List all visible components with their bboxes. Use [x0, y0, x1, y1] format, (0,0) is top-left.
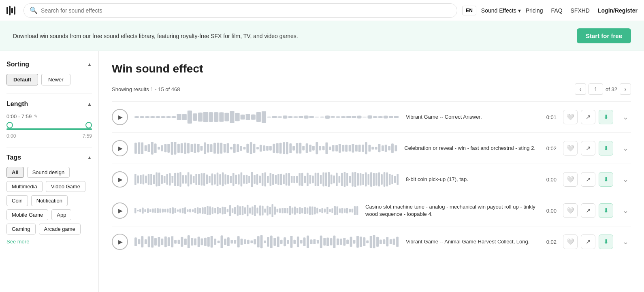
share-button[interactable]: ↗: [581, 234, 595, 249]
svg-rect-124: [378, 144, 381, 153]
svg-rect-22: [251, 114, 256, 119]
sound-list: ▶ Vibrant Game -- Correct Answer. 0:01 🤍…: [112, 101, 631, 257]
chevron-down-icon: ⌄: [623, 144, 629, 153]
svg-rect-347: [224, 239, 226, 245]
tag-btn[interactable]: Multimedia: [6, 181, 43, 192]
favorite-button[interactable]: 🤍: [563, 172, 578, 187]
tag-btn[interactable]: Mobile Game: [6, 209, 48, 220]
share-button[interactable]: ↗: [581, 141, 595, 156]
sorting-collapse-icon[interactable]: ▲: [87, 62, 92, 67]
svg-rect-254: [194, 208, 196, 213]
pricing-link[interactable]: Pricing: [526, 7, 543, 14]
favorite-button[interactable]: 🤍: [563, 234, 578, 249]
expand-button[interactable]: ⌄: [620, 174, 631, 185]
svg-rect-41: [352, 116, 356, 118]
svg-rect-304: [319, 209, 320, 212]
start-free-button[interactable]: Start for free: [577, 28, 631, 43]
svg-rect-306: [324, 209, 326, 213]
svg-rect-257: [202, 207, 203, 214]
sfxhd-link[interactable]: SFXHD: [571, 7, 590, 14]
svg-rect-160: [214, 174, 216, 185]
sound-effects-menu[interactable]: Sound Effects ▾: [481, 7, 521, 14]
tag-btn[interactable]: Coin: [6, 195, 28, 206]
search-bar[interactable]: 🔍: [23, 3, 457, 18]
svg-rect-191: [296, 176, 298, 183]
download-button[interactable]: ⬇: [599, 172, 613, 187]
svg-rect-384: [346, 240, 349, 244]
play-button[interactable]: ▶: [112, 234, 128, 250]
favorite-button[interactable]: 🤍: [563, 141, 578, 156]
sound-duration: 0:00: [542, 177, 557, 183]
tag-btn[interactable]: Notification: [31, 195, 68, 206]
tag-btn[interactable]: App: [51, 209, 71, 220]
play-button[interactable]: ▶: [112, 171, 128, 188]
svg-rect-319: [356, 206, 358, 215]
svg-rect-9: [182, 114, 187, 120]
svg-rect-350: [234, 240, 236, 244]
svg-rect-4: [156, 116, 160, 118]
tag-btn[interactable]: All: [6, 167, 24, 178]
svg-rect-222: [378, 172, 380, 186]
svg-rect-61: [171, 142, 173, 155]
favorite-button[interactable]: 🤍: [563, 203, 578, 218]
share-button[interactable]: ↗: [581, 203, 595, 218]
play-button[interactable]: ▶: [112, 109, 128, 125]
length-slider[interactable]: [6, 122, 92, 130]
prev-page-button[interactable]: ‹: [575, 83, 586, 95]
see-more-link[interactable]: See more: [6, 239, 29, 245]
svg-rect-75: [217, 143, 220, 154]
svg-rect-216: [362, 174, 364, 185]
svg-rect-212: [352, 172, 354, 187]
download-button[interactable]: ⬇: [599, 234, 613, 249]
share-button[interactable]: ↗: [581, 110, 595, 124]
svg-rect-148: [182, 175, 184, 183]
svg-rect-158: [209, 176, 211, 183]
favorite-button[interactable]: 🤍: [563, 110, 578, 124]
faq-link[interactable]: FAQ: [551, 7, 563, 14]
tag-btn[interactable]: Gaming: [6, 224, 36, 234]
svg-rect-105: [316, 142, 318, 155]
expand-button[interactable]: ⌄: [620, 143, 631, 154]
tag-btn[interactable]: Video Game: [46, 181, 85, 192]
page-layout: Sorting ▲ Default Newer Length ▲ 0:00 - …: [0, 51, 644, 292]
svg-rect-17: [224, 113, 229, 121]
sound-duration: 0:01: [542, 114, 557, 120]
next-page-button[interactable]: ›: [620, 83, 631, 95]
svg-rect-63: [177, 144, 180, 153]
svg-rect-25: [267, 117, 271, 117]
play-button[interactable]: ▶: [112, 202, 128, 219]
svg-rect-273: [242, 206, 243, 215]
expand-button[interactable]: ⌄: [620, 236, 631, 247]
download-button[interactable]: ⬇: [599, 203, 613, 218]
edit-icon[interactable]: ✎: [34, 114, 38, 119]
svg-rect-182: [272, 174, 274, 185]
expand-button[interactable]: ⌄: [620, 111, 631, 123]
download-button[interactable]: ⬇: [599, 110, 613, 124]
svg-rect-262: [214, 208, 216, 213]
length-collapse-icon[interactable]: ▲: [87, 101, 92, 107]
page-input[interactable]: [589, 83, 603, 95]
svg-rect-274: [244, 207, 246, 214]
slider-thumb-max[interactable]: [85, 122, 92, 128]
login-button[interactable]: Login/Register: [598, 7, 638, 14]
sort-default-button[interactable]: Default: [6, 74, 38, 85]
sort-newer-button[interactable]: Newer: [41, 74, 70, 85]
share-button[interactable]: ↗: [581, 172, 595, 187]
download-button[interactable]: ⬇: [599, 141, 613, 156]
svg-rect-92: [273, 144, 275, 153]
svg-rect-219: [370, 172, 372, 187]
expand-button[interactable]: ⌄: [620, 205, 631, 216]
play-button[interactable]: ▶: [112, 140, 128, 156]
svg-rect-372: [307, 236, 309, 248]
svg-rect-118: [358, 145, 361, 152]
svg-rect-183: [275, 175, 277, 184]
tag-btn[interactable]: Arcade game: [39, 224, 81, 234]
slider-thumb-min[interactable]: [6, 122, 13, 128]
svg-rect-78: [227, 143, 229, 153]
search-input[interactable]: [41, 7, 451, 14]
svg-rect-381: [337, 239, 339, 245]
waveform: [134, 139, 398, 158]
language-button[interactable]: EN: [462, 6, 476, 15]
tag-btn[interactable]: Sound design: [27, 167, 70, 178]
tags-collapse-icon[interactable]: ▲: [87, 155, 92, 160]
